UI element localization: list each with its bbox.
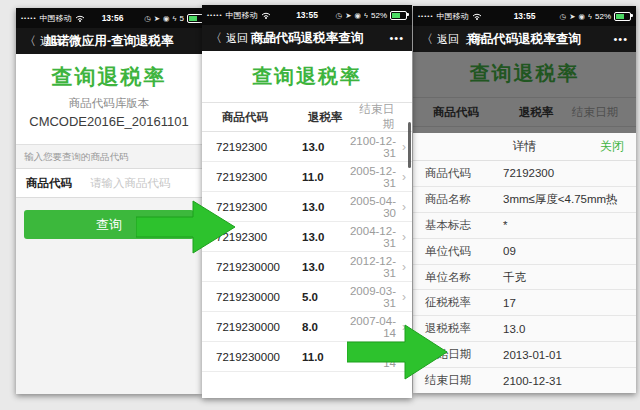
bluetooth-icon: ϟ: [364, 11, 368, 20]
cell-code: 7219230000: [202, 291, 302, 303]
detail-row: 商品名称 3mm≤厚度<4.75mm热: [413, 187, 636, 213]
carrier-label: 中国移动: [40, 13, 72, 24]
chevron-right-icon: ›: [396, 260, 412, 274]
cell-rate: 11.0: [302, 351, 348, 363]
battery-percent: 5: [180, 14, 184, 23]
wifi-icon: [75, 14, 85, 22]
header-code: 商品代码: [202, 110, 308, 125]
back-button[interactable]: 〈 返回: [24, 33, 62, 50]
modal-close-button[interactable]: 关闭: [600, 138, 624, 155]
detail-value: 2100-12-31: [503, 375, 562, 387]
detail-value: 3mm≤厚度<4.75mm热: [503, 192, 618, 207]
detail-row: 征税税率 17: [413, 290, 636, 316]
detail-value: *: [503, 219, 507, 231]
app-title: 查询退税率: [16, 63, 202, 91]
cell-date: 2005-12-31: [348, 165, 396, 189]
clock-time: 13:56: [102, 13, 124, 23]
modal-dim-overlay: [413, 52, 636, 133]
cell-rate: 8.0: [302, 321, 348, 333]
battery-percent: 52%: [371, 11, 387, 20]
chevron-right-icon: ›: [396, 200, 412, 214]
nav-bar: 商品代码退税率查询 〈 返回 关闭 •••: [202, 25, 412, 51]
detail-label: 单位名称: [413, 270, 503, 285]
clock-time: 13:55: [514, 11, 536, 21]
back-label: 返回: [40, 34, 62, 49]
cell-rate: 13.0: [302, 261, 348, 273]
signal-icon: •••••: [207, 12, 223, 18]
chevron-right-icon: ›: [396, 230, 412, 244]
location-icon: ➤: [345, 11, 351, 20]
close-button[interactable]: 关闭: [254, 31, 276, 46]
cell-code: 72192300: [202, 141, 302, 153]
cell-rate: 11.0: [302, 171, 348, 183]
back-button[interactable]: 返回: [437, 32, 459, 47]
table-row[interactable]: 72192300 13.0 2100-12-31 ›: [202, 132, 412, 162]
back-chevron-icon: 〈: [210, 30, 222, 47]
table-row[interactable]: 72192300 11.0 2005-12-31 ›: [202, 162, 412, 192]
detail-row: 单位名称 千克: [413, 265, 636, 291]
screenshot-collage: ••••• 中国移动 13:56 ◷ ➤ ◉ ϟ 5 旭诺微应用-查询退税率 〈…: [0, 0, 640, 410]
table-header: 商品代码 退税率 结束日期: [202, 102, 412, 132]
green-arrow-annotation: [136, 200, 237, 255]
detail-row: 商品代码 72192300: [413, 161, 636, 187]
cell-code: 7219230000: [202, 351, 302, 363]
cell-rate: 13.0: [302, 231, 348, 243]
rotation-lock-icon: ◉: [354, 11, 361, 20]
carrier-label: 中国移动: [226, 10, 258, 21]
back-chevron-icon: 〈: [421, 31, 433, 48]
alarm-icon: ◷: [144, 14, 151, 23]
close-button[interactable]: 关闭: [465, 32, 487, 47]
rotation-lock-icon: ◉: [163, 14, 170, 23]
back-button[interactable]: 返回: [226, 31, 248, 46]
more-menu-icon[interactable]: •••: [389, 32, 404, 44]
status-bar: ••••• 中国移动 13:55 ◷ ➤ ◉ ϟ 52%: [202, 5, 412, 25]
table-row[interactable]: 7219230000 13.0 2012-12-31 ›: [202, 252, 412, 282]
detail-label: 单位代码: [413, 244, 503, 259]
location-icon: ➤: [154, 14, 160, 23]
detail-value: 17: [503, 297, 516, 309]
detail-row: 单位代码 09: [413, 239, 636, 265]
nav-bar: 商品代码退税率查询 〈 返回 关闭 •••: [413, 26, 636, 52]
detail-value: 13.0: [503, 323, 525, 335]
table-row[interactable]: 7219230000 5.0 2009-03-31 ›: [202, 282, 412, 312]
rotation-lock-icon: ◉: [578, 12, 585, 21]
code-input-row: 商品代码: [16, 168, 202, 198]
detail-label: 商品名称: [413, 192, 503, 207]
detail-label: 基本标志: [413, 218, 503, 233]
location-icon: ➤: [569, 12, 575, 21]
code-input[interactable]: [88, 176, 202, 190]
code-library-version: CMCODE2016E_20161101: [16, 114, 202, 129]
chevron-right-icon: ›: [396, 290, 412, 304]
status-bar: ••••• 中国移动 13:55 ◷ ➤ ◉ ϟ 52%: [413, 6, 636, 26]
cell-rate: 13.0: [302, 141, 348, 153]
query-form: 输入您要查询的商品代码 商品代码 查询: [16, 144, 202, 394]
battery-icon: [390, 11, 407, 20]
detail-row: 基本标志 *: [413, 213, 636, 239]
cell-rate: 13.0: [302, 201, 348, 213]
cell-code: 7219230000: [202, 261, 302, 273]
scrollbar[interactable]: [408, 122, 411, 168]
header-date: 结束日期: [354, 102, 412, 132]
battery-icon: [614, 12, 631, 21]
modal-title: 详情: [513, 138, 537, 155]
detail-label: 商品代码: [413, 166, 503, 181]
battery-icon: [187, 14, 202, 23]
bluetooth-icon: ϟ: [588, 12, 592, 21]
cell-date: 2100-12-31: [348, 135, 396, 159]
cell-date: 2005-04-30: [348, 195, 396, 219]
more-menu-icon[interactable]: •••: [613, 33, 628, 45]
cell-date: 2004-12-31: [348, 225, 396, 249]
app-title: 查询退税率: [202, 63, 412, 90]
alarm-icon: ◷: [336, 11, 343, 20]
nav-bar: 旭诺微应用-查询退税率 〈 返回: [16, 28, 202, 54]
header-rate: 退税率: [308, 110, 354, 125]
status-bar: ••••• 中国移动 13:56 ◷ ➤ ◉ ϟ 5: [16, 8, 202, 28]
cell-date: 2012-12-31: [348, 255, 396, 279]
back-chevron-icon: 〈: [24, 33, 36, 50]
code-library-label: 商品代码库版本: [16, 96, 202, 111]
detail-value: 09: [503, 245, 516, 257]
detail-value: 2013-01-01: [503, 349, 562, 361]
signal-icon: •••••: [418, 13, 434, 19]
chevron-right-icon: ›: [396, 170, 412, 184]
code-field-label: 商品代码: [26, 176, 88, 191]
